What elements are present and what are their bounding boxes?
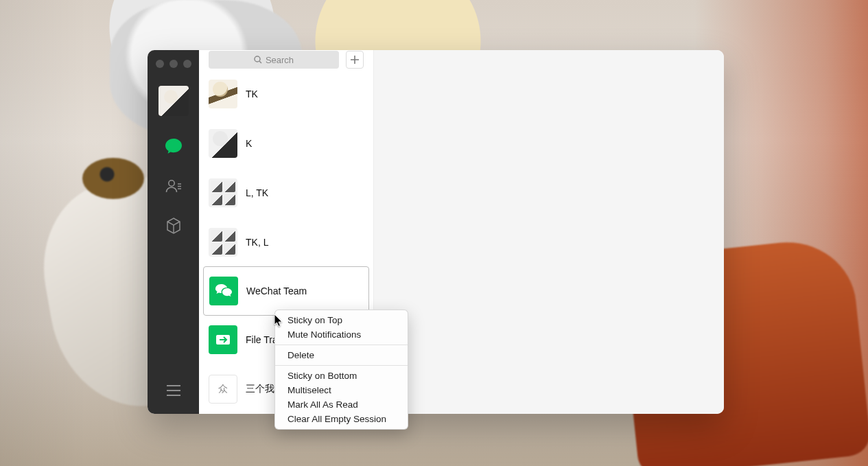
ctx-clear-empty-session[interactable]: Clear All Empty Session — [275, 412, 408, 426]
wechat-icon — [215, 283, 233, 299]
file-transfer-icon — [215, 333, 231, 347]
chats-tab-icon[interactable] — [164, 137, 183, 156]
context-menu: Sticky on Top Mute Notifications Delete … — [274, 310, 408, 430]
search-bar: Search — [199, 50, 373, 69]
ctx-mark-all-read[interactable]: Mark All As Read — [275, 397, 408, 412]
ctx-sticky-top[interactable]: Sticky on Top — [275, 313, 408, 327]
avatar — [209, 325, 237, 354]
avatar — [209, 178, 237, 207]
chat-item-tk[interactable]: TK — [199, 69, 373, 119]
avatar — [209, 129, 237, 158]
app-window: Search TK K L, TK TK, L — [148, 50, 724, 414]
mouse-cursor-icon — [274, 314, 283, 327]
chat-item-tkl[interactable]: TK, L — [199, 218, 373, 267]
avatar-me[interactable] — [159, 86, 189, 116]
chat-name: K — [246, 138, 252, 149]
svg-point-1 — [255, 56, 260, 62]
menu-icon[interactable] — [164, 381, 183, 400]
background-decor — [82, 158, 144, 199]
ctx-separator — [275, 345, 408, 345]
ctx-delete[interactable]: Delete — [275, 348, 408, 362]
chat-name: WeChat Team — [246, 286, 307, 296]
close-dot-icon[interactable] — [156, 60, 164, 68]
avatar — [209, 80, 237, 108]
ctx-separator — [275, 365, 408, 366]
chat-name: TK — [246, 89, 258, 100]
search-placeholder: Search — [266, 55, 294, 65]
avatar — [209, 277, 238, 305]
contacts-tab-icon[interactable] — [164, 176, 183, 196]
ctx-mute-notifications[interactable]: Mute Notifications — [275, 327, 408, 342]
chat-name: 三个我 — [246, 383, 274, 395]
minimize-dot-icon[interactable] — [169, 60, 178, 68]
new-chat-button[interactable] — [346, 51, 364, 69]
search-input[interactable]: Search — [209, 51, 339, 69]
chat-item-ltk[interactable]: L, TK — [199, 168, 373, 218]
search-icon — [254, 56, 262, 64]
maximize-dot-icon[interactable] — [183, 60, 191, 68]
avatar — [209, 228, 237, 257]
sidebar-nav — [148, 50, 199, 414]
cube-tab-icon[interactable] — [164, 216, 183, 235]
svg-point-0 — [168, 180, 174, 186]
window-controls[interactable] — [156, 60, 191, 68]
chat-name: L, TK — [246, 187, 268, 198]
avatar: 众 — [209, 375, 237, 404]
chat-item-wechat-team[interactable]: WeChat Team — [203, 266, 369, 316]
chat-name: TK, L — [246, 237, 268, 248]
plus-icon — [350, 55, 360, 65]
ctx-sticky-bottom[interactable]: Sticky on Bottom — [275, 369, 408, 383]
chat-item-k[interactable]: K — [199, 119, 373, 168]
chat-content-pane — [374, 50, 724, 414]
ctx-multiselect[interactable]: Multiselect — [275, 383, 408, 397]
